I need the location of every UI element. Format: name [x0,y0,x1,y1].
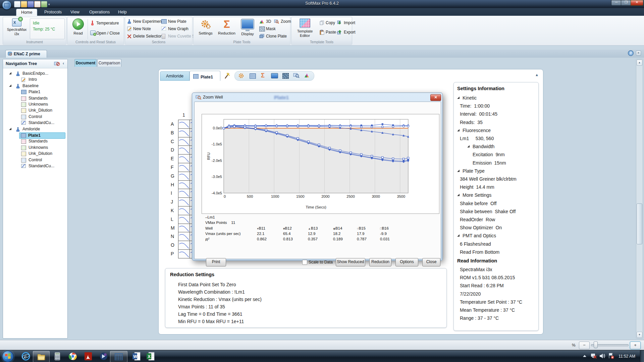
print-button[interactable]: Print [206,258,226,266]
dialog-title-bar[interactable]: Zoom Well Plate1 [192,93,442,102]
open-folder-icon[interactable] [21,1,27,7]
plate-well-N1[interactable] [178,232,190,241]
collapse-section-icon[interactable]: ▲ [535,73,539,77]
copy-button[interactable]: Copy [326,20,335,25]
taskbar-adobe-reader-icon[interactable] [83,352,93,361]
tab-operations[interactable]: Operations [85,9,114,16]
mask-icon[interactable] [282,73,289,79]
tree-item-control[interactable]: Control [3,114,67,120]
zoom-slider-thumb[interactable] [594,342,598,348]
scrollbar-thumb[interactable] [637,203,642,244]
import-button[interactable]: Import [344,20,355,25]
temperature-button[interactable]: Temperature [96,20,119,26]
taskbar-softmax-pro[interactable] [110,351,127,362]
taskbar-media-app-icon[interactable] [99,352,109,361]
new-graph-button[interactable]: New Graph [168,26,189,32]
tab-help[interactable]: Help [113,9,131,16]
close-button[interactable]: Close [422,258,440,266]
tree-item-standards[interactable]: Standards [3,96,67,101]
plate-well-C1[interactable] [178,137,190,146]
paste-button[interactable]: Paste ▾ [326,29,338,35]
options-button[interactable]: Options [395,258,418,266]
tree-item-amiloride[interactable]: Amiloride [3,126,67,132]
hide-sections-icon[interactable] [54,61,60,66]
taskbar-internet-explorer-icon[interactable]: e [21,352,31,361]
tab-amiloride-section[interactable]: Amiloride [160,71,190,81]
delete-selection-button[interactable]: Delete Selection [133,34,162,39]
help-icon[interactable]: ? [628,50,634,56]
settings-button[interactable]: Settings [196,19,215,35]
mask-button[interactable]: Mask [266,26,276,32]
clone-plate-button[interactable]: Clone Plate [266,34,287,39]
plate-well-E1[interactable] [178,154,190,163]
tree-item-plate1[interactable]: Plate1 [3,89,67,95]
taskbar-calculator-icon[interactable] [52,352,62,361]
new-document-icon[interactable] [14,1,20,7]
plate-well-G1[interactable] [178,172,190,181]
document-tab-enac-z-prime[interactable]: ENaC Z prime [5,50,47,58]
open-close-button[interactable]: Open / Close [96,31,120,36]
tab-comparison-view[interactable]: Comparison [97,59,121,67]
section-expander-icon[interactable] [457,170,460,172]
plate-well-P1[interactable] [178,249,190,258]
instrument-button[interactable]: ✓ X SpectraMaxi3x [5,18,29,36]
section-expander-icon[interactable] [457,234,460,237]
section-expander-icon[interactable] [457,129,460,131]
scroll-up-icon[interactable]: ▲ [637,60,642,66]
tab-view[interactable]: View [66,9,84,16]
tab-plate1[interactable]: Plate1 [190,71,220,81]
plate-well-A1[interactable] [178,120,190,129]
tab-home[interactable]: Home [16,9,37,16]
tree-item-unk-dilution[interactable]: Unk_Dilution [3,108,67,113]
zoom-out-button[interactable]: − [579,342,590,349]
section-expander-icon[interactable] [467,145,470,147]
sigma-icon[interactable]: Σ [261,72,265,79]
3d-button[interactable]: 3D [266,19,271,24]
edit-protocol-icon[interactable] [34,1,41,7]
scale-to-data-checkbox[interactable] [302,260,307,265]
show-desktop-button[interactable] [640,350,644,362]
network-disconnected-icon[interactable] [590,353,597,359]
taskbar-excel-icon[interactable]: X [146,352,156,361]
tree-item-standards[interactable]: Standards [3,138,67,144]
dialog-close-button[interactable]: ✕ [430,94,441,101]
tree-item-standardcu-[interactable]: StandardCu... [3,163,67,169]
plate-well-B1[interactable] [178,128,190,137]
new-experiment-button[interactable]: New Experiment [133,19,163,24]
taskbar-file-explorer[interactable] [33,351,50,362]
tree-item-intro[interactable]: Intro [3,77,67,82]
plate-well-J1[interactable] [178,197,190,206]
maximize-button[interactable]: ❐ [621,0,631,6]
action-center-flag-icon[interactable] [608,353,614,359]
tree-item-standardcu-[interactable]: StandardCu... [3,120,67,126]
display-icon[interactable] [271,73,278,78]
show-reduced-button[interactable]: Show Reduced [336,258,365,266]
plate-well-L1[interactable] [178,215,190,224]
tree-item-unknowns[interactable]: Unknowns [3,102,67,107]
tree-item-basicendpo-[interactable]: BasicEndpo... [3,71,67,76]
tree-item-unknowns[interactable]: Unknowns [3,145,67,150]
close-button[interactable]: ✕ [631,0,643,6]
plate-well-H1[interactable] [178,180,190,189]
tree-item-baseline[interactable]: Baseline [3,83,67,89]
section-expander-icon[interactable] [457,194,460,196]
section-expander-icon[interactable] [457,97,460,99]
plate-well-F1[interactable] [178,163,190,172]
zoom-in-button[interactable]: + [630,342,641,349]
reduction-button[interactable]: Σ Reduction [217,19,236,35]
collapse-panel-icon[interactable]: ‹ [63,61,64,66]
plate-well-M1[interactable] [178,224,190,233]
taskbar-chrome-icon[interactable] [68,352,78,361]
plate-well-K1[interactable] [178,206,190,215]
tree-item-plate1[interactable]: Plate1 [19,132,65,139]
vertical-scrollbar[interactable]: ▲ ▼ [636,59,643,339]
template-editor-button[interactable]: TemplateEditor [294,18,316,38]
volume-icon[interactable] [599,353,606,359]
taskbar-clock[interactable]: 11:52 AM [616,350,637,362]
display-button[interactable]: Display [238,19,257,36]
plate-well-D1[interactable] [178,145,190,155]
tray-expand-icon[interactable] [583,355,586,357]
reduction-button[interactable]: Reduction [369,258,391,266]
plate-setup-icon[interactable] [250,73,256,79]
3d-icon[interactable] [304,72,310,78]
